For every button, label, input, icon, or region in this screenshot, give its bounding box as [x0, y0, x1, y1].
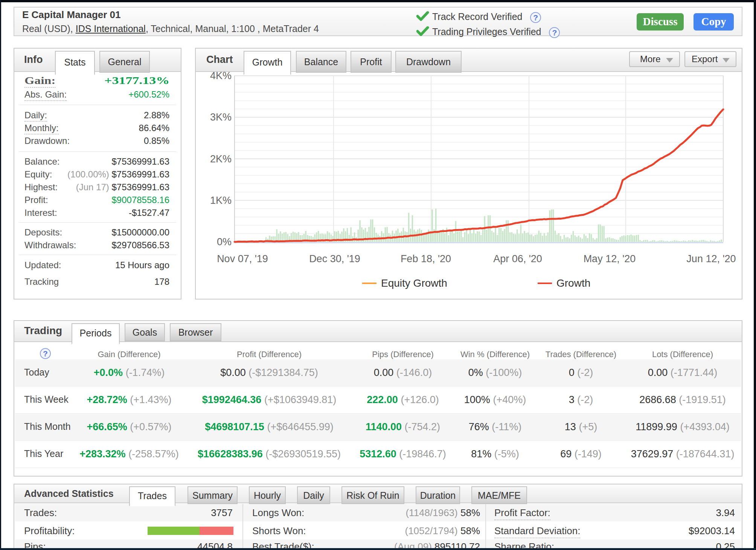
svg-text:1K%: 1K%: [210, 195, 232, 206]
svg-text:3K%: 3K%: [210, 112, 232, 123]
svg-text:Growth: Growth: [556, 277, 590, 289]
svg-text:Feb 18, '20: Feb 18, '20: [401, 253, 451, 264]
svg-text:0%: 0%: [217, 236, 232, 248]
svg-text:Nov 07, '19: Nov 07, '19: [217, 253, 268, 264]
svg-text:2K%: 2K%: [210, 153, 232, 165]
svg-text:4K%: 4K%: [210, 72, 232, 81]
svg-text:Dec 30, '19: Dec 30, '19: [309, 253, 360, 264]
svg-text:Jun 12, '20: Jun 12, '20: [686, 253, 736, 264]
svg-text:Apr 06, '20: Apr 06, '20: [493, 253, 542, 264]
svg-text:May 12, '20: May 12, '20: [584, 253, 636, 264]
svg-text:Equity Growth: Equity Growth: [381, 277, 447, 289]
